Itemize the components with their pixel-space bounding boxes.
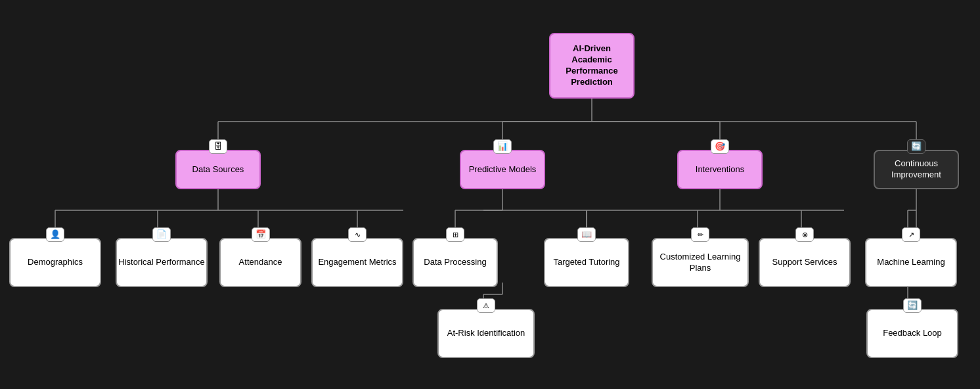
attendance-icon: 📅 xyxy=(252,227,270,242)
feedback-loop-icon: 🔄 xyxy=(903,298,922,313)
continuous-improvement-node: 🔄 Continuous Improvement xyxy=(874,150,959,189)
predictive-models-icon: 📊 xyxy=(493,139,512,154)
data-processing-node: ⊞ Data Processing xyxy=(412,238,498,287)
data-sources-node: 🗄 Data Sources xyxy=(175,150,261,189)
feedback-loop-node: 🔄 Feedback Loop xyxy=(866,309,958,358)
root-label: AI-DrivenAcademicPerformancePrediction xyxy=(566,43,617,88)
continuous-improvement-icon: 🔄 xyxy=(907,139,925,154)
support-services-node: ⊗ Support Services xyxy=(759,238,851,287)
at-risk-identification-node: ⚠ At-Risk Identification xyxy=(437,309,535,358)
support-services-icon: ⊗ xyxy=(795,227,814,242)
root-node: AI-DrivenAcademicPerformancePrediction xyxy=(549,33,635,99)
engagement-metrics-icon: ∿ xyxy=(348,227,367,242)
demographics-icon: 👤 xyxy=(46,227,64,242)
targeted-tutoring-label: Targeted Tutoring xyxy=(553,257,619,268)
feedback-loop-label: Feedback Loop xyxy=(883,328,942,339)
predictive-models-node: 📊 Predictive Models xyxy=(460,150,545,189)
at-risk-icon: ⚠ xyxy=(477,298,495,313)
historical-performance-icon: 📄 xyxy=(152,227,171,242)
demographics-label: Demographics xyxy=(28,257,83,268)
demographics-node: 👤 Demographics xyxy=(9,238,101,287)
engagement-metrics-label: Engagement Metrics xyxy=(318,257,396,268)
data-sources-icon: 🗄 xyxy=(209,139,227,154)
interventions-label: Interventions xyxy=(696,164,744,175)
customized-learning-icon: ✏ xyxy=(691,227,709,242)
interventions-node: 🎯 Interventions xyxy=(677,150,763,189)
predictive-models-label: Predictive Models xyxy=(469,164,537,175)
targeted-tutoring-icon: 📖 xyxy=(577,227,596,242)
machine-learning-node: ↗ Machine Learning xyxy=(865,238,957,287)
attendance-label: Attendance xyxy=(239,257,282,268)
attendance-node: 📅 Attendance xyxy=(219,238,301,287)
data-processing-icon: ⊞ xyxy=(446,227,464,242)
engagement-metrics-node: ∿ Engagement Metrics xyxy=(311,238,403,287)
interventions-icon: 🎯 xyxy=(711,139,729,154)
targeted-tutoring-node: 📖 Targeted Tutoring xyxy=(544,238,629,287)
data-sources-label: Data Sources xyxy=(192,164,244,175)
customized-learning-plans-node: ✏ Customized Learning Plans xyxy=(652,238,749,287)
diagram-canvas: AI-DrivenAcademicPerformancePrediction 🗄… xyxy=(0,0,980,389)
support-services-label: Support Services xyxy=(772,257,837,268)
historical-performance-node: 📄 Historical Performance xyxy=(116,238,208,287)
historical-performance-label: Historical Performance xyxy=(118,257,205,268)
machine-learning-icon: ↗ xyxy=(902,227,920,242)
at-risk-identification-label: At-Risk Identification xyxy=(447,328,525,339)
customized-learning-plans-label: Customized Learning Plans xyxy=(653,252,747,274)
continuous-improvement-label: Continuous Improvement xyxy=(875,158,958,181)
machine-learning-label: Machine Learning xyxy=(877,257,945,268)
data-processing-label: Data Processing xyxy=(424,257,486,268)
